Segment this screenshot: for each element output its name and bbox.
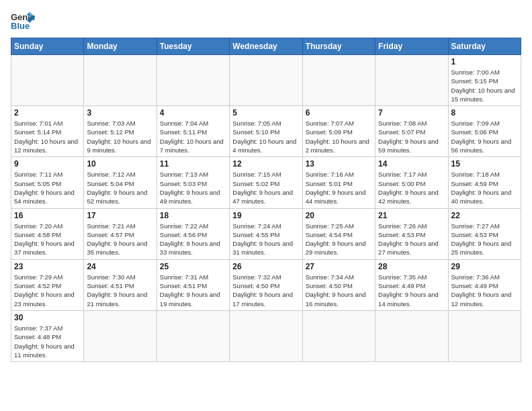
day-number: 8	[451, 108, 518, 118]
calendar-cell: 8Sunrise: 7:09 AM Sunset: 5:06 PM Daylig…	[448, 106, 521, 157]
calendar-cell	[302, 55, 375, 106]
calendar-cell: 6Sunrise: 7:07 AM Sunset: 5:09 PM Daylig…	[302, 106, 375, 157]
day-header-saturday: Saturday	[448, 38, 521, 55]
calendar-cell: 2Sunrise: 7:01 AM Sunset: 5:14 PM Daylig…	[11, 106, 84, 157]
day-number: 4	[160, 108, 226, 118]
day-info: Sunrise: 7:36 AM Sunset: 4:49 PM Dayligh…	[451, 273, 518, 308]
day-info: Sunrise: 7:29 AM Sunset: 4:52 PM Dayligh…	[14, 273, 81, 308]
day-number: 30	[14, 313, 81, 322]
page-container: General Blue SundayMondayTuesdayWednesda…	[0, 0, 532, 367]
week-row-5: 30Sunrise: 7:37 AM Sunset: 4:48 PM Dayli…	[11, 310, 521, 361]
calendar-cell: 30Sunrise: 7:37 AM Sunset: 4:48 PM Dayli…	[11, 310, 84, 361]
day-info: Sunrise: 7:08 AM Sunset: 5:07 PM Dayligh…	[378, 119, 445, 154]
week-row-1: 2Sunrise: 7:01 AM Sunset: 5:14 PM Daylig…	[11, 106, 521, 157]
calendar-cell: 18Sunrise: 7:22 AM Sunset: 4:56 PM Dayli…	[157, 208, 229, 259]
day-info: Sunrise: 7:21 AM Sunset: 4:57 PM Dayligh…	[87, 222, 153, 257]
calendar-cell: 5Sunrise: 7:05 AM Sunset: 5:10 PM Daylig…	[230, 106, 302, 157]
day-info: Sunrise: 7:16 AM Sunset: 5:01 PM Dayligh…	[306, 170, 372, 205]
day-number: 2	[14, 108, 81, 118]
day-number: 28	[378, 262, 445, 271]
day-number: 12	[232, 159, 299, 169]
day-number: 9	[14, 159, 81, 169]
day-number: 6	[306, 108, 372, 118]
day-info: Sunrise: 7:22 AM Sunset: 4:56 PM Dayligh…	[160, 222, 226, 257]
day-info: Sunrise: 7:13 AM Sunset: 5:03 PM Dayligh…	[160, 170, 226, 205]
logo: General Blue	[11, 11, 35, 31]
day-number: 11	[160, 159, 226, 169]
calendar-header-row: SundayMondayTuesdayWednesdayThursdayFrid…	[11, 38, 521, 55]
day-info: Sunrise: 7:07 AM Sunset: 5:09 PM Dayligh…	[306, 119, 372, 154]
day-number: 22	[451, 211, 518, 220]
calendar-cell: 16Sunrise: 7:20 AM Sunset: 4:58 PM Dayli…	[11, 208, 84, 259]
day-info: Sunrise: 7:34 AM Sunset: 4:50 PM Dayligh…	[306, 273, 372, 308]
calendar-cell: 9Sunrise: 7:11 AM Sunset: 5:05 PM Daylig…	[11, 157, 84, 208]
calendar-cell: 20Sunrise: 7:25 AM Sunset: 4:54 PM Dayli…	[302, 208, 375, 259]
day-number: 19	[232, 211, 299, 220]
day-number: 1	[451, 57, 518, 66]
day-number: 15	[451, 159, 518, 169]
day-number: 17	[87, 211, 153, 220]
day-info: Sunrise: 7:37 AM Sunset: 4:48 PM Dayligh…	[14, 324, 81, 359]
calendar-cell	[302, 310, 375, 361]
calendar-cell: 19Sunrise: 7:24 AM Sunset: 4:55 PM Dayli…	[230, 208, 302, 259]
header: General Blue	[11, 11, 521, 31]
calendar-cell: 4Sunrise: 7:04 AM Sunset: 5:11 PM Daylig…	[157, 106, 229, 157]
day-number: 18	[160, 211, 226, 220]
day-number: 16	[14, 211, 81, 220]
day-info: Sunrise: 7:09 AM Sunset: 5:06 PM Dayligh…	[451, 119, 518, 154]
day-number: 24	[87, 262, 153, 271]
day-number: 7	[378, 108, 445, 118]
day-info: Sunrise: 7:05 AM Sunset: 5:10 PM Dayligh…	[232, 119, 299, 154]
day-number: 26	[232, 262, 299, 271]
day-info: Sunrise: 7:25 AM Sunset: 4:54 PM Dayligh…	[306, 222, 372, 257]
day-number: 14	[378, 159, 445, 169]
day-info: Sunrise: 7:17 AM Sunset: 5:00 PM Dayligh…	[378, 170, 445, 205]
day-info: Sunrise: 7:20 AM Sunset: 4:58 PM Dayligh…	[14, 222, 81, 257]
day-info: Sunrise: 7:31 AM Sunset: 4:51 PM Dayligh…	[160, 273, 226, 308]
day-info: Sunrise: 7:32 AM Sunset: 4:50 PM Dayligh…	[232, 273, 299, 308]
day-number: 21	[378, 211, 445, 220]
day-header-wednesday: Wednesday	[230, 38, 302, 55]
calendar-cell: 22Sunrise: 7:27 AM Sunset: 4:53 PM Dayli…	[448, 208, 521, 259]
week-row-3: 16Sunrise: 7:20 AM Sunset: 4:58 PM Dayli…	[11, 208, 521, 259]
week-row-2: 9Sunrise: 7:11 AM Sunset: 5:05 PM Daylig…	[11, 157, 521, 208]
calendar-cell	[230, 310, 302, 361]
day-header-sunday: Sunday	[11, 38, 84, 55]
calendar-cell	[157, 310, 229, 361]
day-header-monday: Monday	[84, 38, 157, 55]
day-info: Sunrise: 7:35 AM Sunset: 4:49 PM Dayligh…	[378, 273, 445, 308]
day-info: Sunrise: 7:24 AM Sunset: 4:55 PM Dayligh…	[232, 222, 299, 257]
day-info: Sunrise: 7:01 AM Sunset: 5:14 PM Dayligh…	[14, 119, 81, 154]
calendar-cell: 14Sunrise: 7:17 AM Sunset: 5:00 PM Dayli…	[375, 157, 448, 208]
day-number: 25	[160, 262, 226, 271]
calendar-cell: 7Sunrise: 7:08 AM Sunset: 5:07 PM Daylig…	[375, 106, 448, 157]
calendar-table: SundayMondayTuesdayWednesdayThursdayFrid…	[11, 38, 521, 362]
calendar-cell: 10Sunrise: 7:12 AM Sunset: 5:04 PM Dayli…	[84, 157, 157, 208]
day-header-thursday: Thursday	[302, 38, 375, 55]
day-header-friday: Friday	[375, 38, 448, 55]
day-info: Sunrise: 7:11 AM Sunset: 5:05 PM Dayligh…	[14, 170, 81, 205]
logo-icon: General Blue	[11, 11, 35, 31]
calendar-cell	[448, 310, 521, 361]
day-info: Sunrise: 7:03 AM Sunset: 5:12 PM Dayligh…	[87, 119, 153, 154]
day-info: Sunrise: 7:00 AM Sunset: 5:15 PM Dayligh…	[451, 68, 518, 103]
calendar-cell: 21Sunrise: 7:26 AM Sunset: 4:53 PM Dayli…	[375, 208, 448, 259]
week-row-4: 23Sunrise: 7:29 AM Sunset: 4:52 PM Dayli…	[11, 259, 521, 310]
day-number: 20	[306, 211, 372, 220]
calendar-cell: 24Sunrise: 7:30 AM Sunset: 4:51 PM Dayli…	[84, 259, 157, 310]
calendar-cell	[11, 55, 84, 106]
calendar-cell: 28Sunrise: 7:35 AM Sunset: 4:49 PM Dayli…	[375, 259, 448, 310]
day-info: Sunrise: 7:30 AM Sunset: 4:51 PM Dayligh…	[87, 273, 153, 308]
calendar-cell: 11Sunrise: 7:13 AM Sunset: 5:03 PM Dayli…	[157, 157, 229, 208]
calendar-cell	[375, 55, 448, 106]
day-number: 23	[14, 262, 81, 271]
week-row-0: 1Sunrise: 7:00 AM Sunset: 5:15 PM Daylig…	[11, 55, 521, 106]
calendar-cell: 25Sunrise: 7:31 AM Sunset: 4:51 PM Dayli…	[157, 259, 229, 310]
calendar-cell	[84, 55, 157, 106]
calendar-cell: 13Sunrise: 7:16 AM Sunset: 5:01 PM Dayli…	[302, 157, 375, 208]
calendar-cell: 1Sunrise: 7:00 AM Sunset: 5:15 PM Daylig…	[448, 55, 521, 106]
calendar-cell: 26Sunrise: 7:32 AM Sunset: 4:50 PM Dayli…	[230, 259, 302, 310]
calendar-cell: 15Sunrise: 7:18 AM Sunset: 4:59 PM Dayli…	[448, 157, 521, 208]
day-number: 13	[306, 159, 372, 169]
calendar-cell	[375, 310, 448, 361]
